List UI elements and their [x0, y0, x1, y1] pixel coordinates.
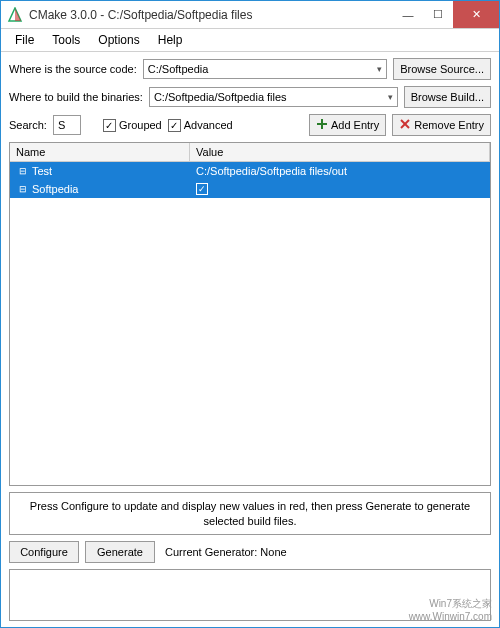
menu-tools[interactable]: Tools — [44, 31, 88, 49]
hint-text: Press Configure to update and display ne… — [9, 492, 491, 535]
minimize-button[interactable]: — — [393, 1, 423, 28]
bottom-buttons: Configure Generate Current Generator: No… — [9, 541, 491, 563]
add-entry-button[interactable]: Add Entry — [309, 114, 386, 136]
chevron-down-icon: ▾ — [388, 92, 393, 102]
cache-table: Name Value ⊟ Test C:/Softpedia/Softpedia… — [9, 142, 491, 486]
chevron-down-icon: ▾ — [377, 64, 382, 74]
add-entry-label: Add Entry — [331, 119, 379, 131]
app-icon — [7, 7, 23, 23]
source-value: C:/Softpedia — [148, 63, 209, 75]
window-title: CMake 3.0.0 - C:/Softpedia/Softpedia fil… — [29, 8, 393, 22]
configure-button[interactable]: Configure — [9, 541, 79, 563]
source-row: Where is the source code: C:/Softpedia ▾… — [9, 58, 491, 80]
cell-value: ✓ — [190, 183, 490, 195]
menu-help[interactable]: Help — [150, 31, 191, 49]
menu-options[interactable]: Options — [90, 31, 147, 49]
app-window: CMake 3.0.0 - C:/Softpedia/Softpedia fil… — [0, 0, 500, 628]
window-buttons: — ☐ ✕ — [393, 1, 499, 28]
check-icon[interactable]: ✓ — [196, 183, 208, 195]
check-icon: ✓ — [103, 119, 116, 132]
x-icon — [399, 118, 411, 132]
browse-build-button[interactable]: Browse Build... — [404, 86, 491, 108]
plus-icon — [316, 118, 328, 132]
grouped-checkbox[interactable]: ✓ Grouped — [103, 119, 162, 132]
toolbar-row: Search: ✓ Grouped ✓ Advanced Add Entry R… — [9, 114, 491, 136]
column-name[interactable]: Name — [10, 143, 190, 161]
search-label: Search: — [9, 119, 47, 131]
browse-source-button[interactable]: Browse Source... — [393, 58, 491, 80]
column-value[interactable]: Value — [190, 143, 490, 161]
watermark: Win7系统之家 www.Winwin7.com — [409, 597, 492, 622]
generate-button[interactable]: Generate — [85, 541, 155, 563]
close-button[interactable]: ✕ — [453, 1, 499, 28]
build-row: Where to build the binaries: C:/Softpedi… — [9, 86, 491, 108]
titlebar: CMake 3.0.0 - C:/Softpedia/Softpedia fil… — [1, 1, 499, 29]
maximize-button[interactable]: ☐ — [423, 1, 453, 28]
generator-label: Current Generator: None — [165, 546, 287, 558]
source-combo[interactable]: C:/Softpedia ▾ — [143, 59, 387, 79]
watermark-line1: Win7系统之家 — [409, 597, 492, 611]
advanced-checkbox[interactable]: ✓ Advanced — [168, 119, 233, 132]
source-label: Where is the source code: — [9, 63, 137, 75]
table-row[interactable]: ⊟ Softpedia ✓ — [10, 180, 490, 198]
search-input[interactable] — [53, 115, 81, 135]
menu-file[interactable]: File — [7, 31, 42, 49]
grouped-label: Grouped — [119, 119, 162, 131]
remove-entry-button[interactable]: Remove Entry — [392, 114, 491, 136]
table-body: ⊟ Test C:/Softpedia/Softpedia files/out … — [10, 162, 490, 485]
remove-entry-label: Remove Entry — [414, 119, 484, 131]
svg-rect-3 — [317, 123, 327, 125]
build-combo[interactable]: C:/Softpedia/Softpedia files ▾ — [149, 87, 398, 107]
advanced-label: Advanced — [184, 119, 233, 131]
menubar: File Tools Options Help — [1, 29, 499, 52]
cell-value: C:/Softpedia/Softpedia files/out — [190, 165, 490, 177]
check-icon: ✓ — [168, 119, 181, 132]
table-row[interactable]: ⊟ Test C:/Softpedia/Softpedia files/out — [10, 162, 490, 180]
content-area: Where is the source code: C:/Softpedia ▾… — [1, 52, 499, 627]
build-value: C:/Softpedia/Softpedia files — [154, 91, 287, 103]
table-header: Name Value — [10, 143, 490, 162]
tree-collapse-icon: ⊟ — [18, 184, 28, 194]
build-label: Where to build the binaries: — [9, 91, 143, 103]
tree-collapse-icon: ⊟ — [18, 166, 28, 176]
cell-name: Test — [10, 165, 190, 177]
watermark-line2: www.Winwin7.com — [409, 611, 492, 622]
cell-name: Softpedia — [10, 183, 190, 195]
